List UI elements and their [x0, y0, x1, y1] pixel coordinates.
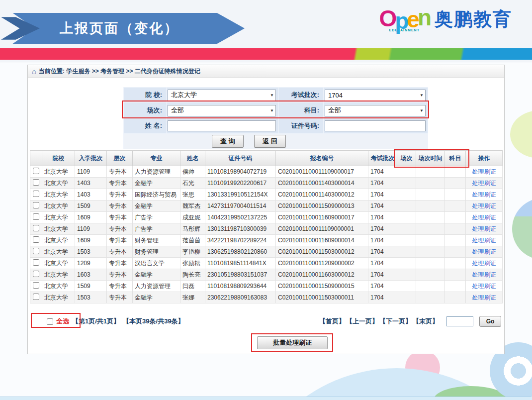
cell	[416, 281, 445, 292]
cell	[445, 258, 466, 269]
bottom-bar	[0, 397, 532, 400]
cell: 北京大学	[42, 269, 75, 281]
breadcrumb: ⌂ 当前位置: 学生服务 >> 考务管理 >> 二代身份证特殊情况登记	[28, 65, 504, 78]
cell	[397, 258, 416, 269]
row-checkbox[interactable]	[33, 213, 39, 220]
prev-page-link[interactable]: 【上一页】	[346, 317, 378, 326]
process-card-link[interactable]: 处理刷证	[472, 191, 496, 198]
goto-page-input[interactable]	[446, 316, 473, 326]
cell: 1603	[75, 269, 107, 281]
cell: 1503	[75, 292, 107, 303]
row-checkbox[interactable]	[33, 248, 39, 254]
row-checkbox[interactable]	[33, 179, 39, 186]
cell: 专升本	[107, 212, 133, 223]
chevron-down-icon: ▼	[420, 108, 424, 113]
process-card-link[interactable]: 处理刷证	[472, 202, 496, 209]
cell: 140423199502137225	[205, 212, 276, 223]
process-card-link[interactable]: 处理刷证	[472, 225, 496, 232]
back-button[interactable]: 返 回	[254, 135, 286, 148]
go-button[interactable]: Go	[479, 316, 501, 327]
id-number-label: 证件号码:	[279, 118, 324, 134]
cell: 1704	[368, 246, 397, 258]
school-select[interactable]: 北京大学 ▼	[168, 90, 276, 101]
row-checkbox[interactable]	[33, 225, 39, 231]
cell: 1209	[75, 258, 107, 269]
cell: 342221198702289224	[205, 235, 276, 246]
process-card-link[interactable]: 处理刷证	[472, 260, 496, 267]
table-row: 北京大学1603专升本金融学陶长亮230105198803151037C0201…	[30, 269, 503, 281]
first-page-link[interactable]: 【首页】	[319, 317, 345, 326]
chevron-down-icon: ▼	[270, 108, 274, 113]
bulk-process-button[interactable]: 批量处理刷证	[257, 336, 328, 349]
row-checkbox[interactable]	[33, 259, 39, 266]
cell: 闫磊	[180, 281, 205, 292]
row-select-cell	[30, 212, 42, 223]
row-checkbox[interactable]	[33, 282, 39, 289]
action-cell: 处理刷证	[466, 212, 503, 223]
exam-batch-select[interactable]: 1704 ▼	[325, 90, 426, 101]
cell: 张思	[180, 189, 205, 200]
last-page-link[interactable]: 【末页】	[413, 317, 439, 326]
row-checkbox[interactable]	[33, 168, 39, 174]
cell: 专升本	[107, 178, 133, 189]
row-checkbox[interactable]	[33, 294, 39, 300]
col-action: 操作	[466, 151, 503, 166]
session-select[interactable]: 全部 ▼	[168, 105, 276, 116]
filter-form: 院 校: 北京大学 ▼ 考试批次: 1704 ▼ 场次:	[123, 87, 428, 149]
process-card-link[interactable]: 处理刷证	[472, 180, 496, 187]
cell: 专升本	[107, 258, 133, 269]
cell: 北京大学	[42, 178, 75, 189]
cell: 11010819851114841X	[205, 258, 276, 269]
row-select-cell	[30, 269, 42, 281]
cell: 财务管理	[133, 235, 180, 246]
cell	[445, 246, 466, 258]
exam-batch-select-value: 1704	[328, 92, 343, 99]
table-row: 北京大学1609专升本财务管理范茵茵342221198702289224C020…	[30, 235, 503, 246]
table-row: 北京大学1503专升本财务管理李艳柳130625198802120860C020…	[30, 246, 503, 258]
row-checkbox[interactable]	[33, 271, 39, 277]
row-checkbox[interactable]	[33, 236, 39, 243]
row-checkbox[interactable]	[33, 191, 39, 197]
action-cell: 处理刷证	[466, 258, 503, 269]
cell: 专升本	[107, 166, 133, 178]
process-card-link[interactable]: 处理刷证	[472, 168, 496, 175]
process-card-link[interactable]: 处理刷证	[472, 294, 496, 301]
process-card-link[interactable]: 处理刷证	[472, 283, 496, 290]
cell	[397, 178, 416, 189]
cell: 1109	[75, 166, 107, 178]
process-card-link[interactable]: 处理刷证	[472, 248, 496, 255]
row-checkbox[interactable]	[33, 202, 39, 208]
cell	[416, 189, 445, 200]
cell	[416, 235, 445, 246]
cell: 1403	[75, 189, 107, 200]
cell	[445, 292, 466, 303]
cell: 国际经济与贸易	[133, 189, 180, 200]
action-cell: 处理刷证	[466, 269, 503, 281]
row-select-cell	[30, 292, 42, 303]
cell	[445, 212, 466, 223]
next-page-link[interactable]: 【下一页】	[379, 317, 412, 326]
cell	[445, 281, 466, 292]
select-all-checkbox[interactable]	[47, 318, 53, 325]
process-card-link[interactable]: 处理刷证	[472, 271, 496, 278]
cell: 1609	[75, 235, 107, 246]
cell: 1704	[368, 292, 397, 303]
select-all-label[interactable]: 全选	[56, 317, 69, 326]
name-input[interactable]	[168, 120, 276, 131]
row-select-cell	[30, 200, 42, 212]
cell: C0201001100011509000015	[276, 281, 368, 292]
row-select-cell	[30, 223, 42, 235]
cell	[416, 178, 445, 189]
decor-lime-blob	[510, 110, 532, 158]
subject-select[interactable]: 全部 ▼	[325, 105, 426, 116]
col-subject: 科目	[445, 151, 466, 166]
query-button[interactable]: 查 询	[212, 135, 244, 148]
cell: C0201001100011603000012	[276, 269, 368, 281]
pagination-bar: 全选 【第1页/共1页】 【本页39条/共39条】 【首页】 【上一页】 【下一…	[28, 314, 504, 328]
cell: 1704	[368, 281, 397, 292]
cell	[397, 166, 416, 178]
action-cell: 处理刷证	[466, 281, 503, 292]
process-card-link[interactable]: 处理刷证	[472, 214, 496, 221]
id-number-input[interactable]	[325, 120, 426, 131]
process-card-link[interactable]: 处理刷证	[472, 237, 496, 244]
